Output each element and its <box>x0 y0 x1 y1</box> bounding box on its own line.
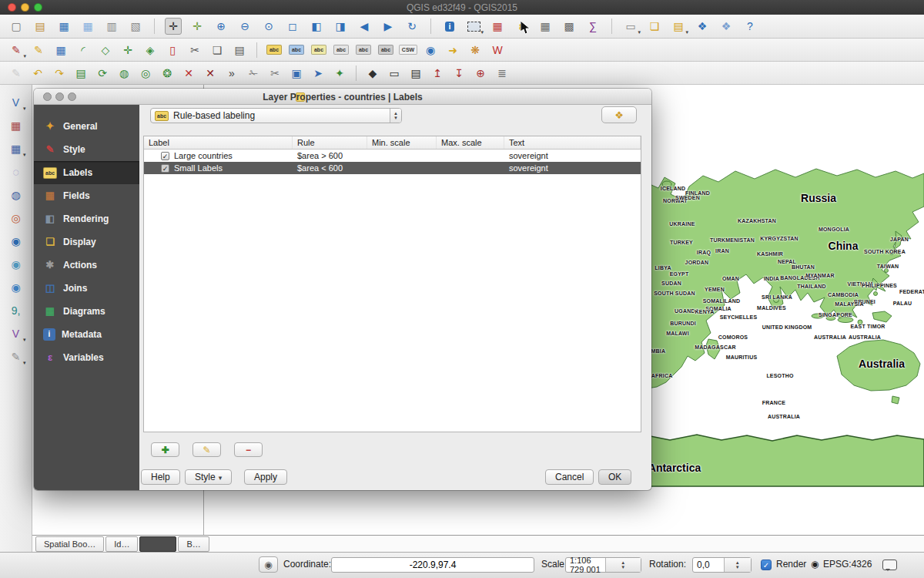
zoom-actual-size-button[interactable]: ⊙ <box>260 18 277 35</box>
statistical-summary-button[interactable]: ∑ <box>584 18 601 35</box>
sidebar-item-metadata[interactable]: iMetadata <box>34 323 139 346</box>
save-project-as-button[interactable]: ▦ <box>79 18 96 35</box>
sidebar-item-variables[interactable]: εVariables <box>34 346 139 369</box>
help-button[interactable]: Help <box>141 469 180 485</box>
scale-combobox[interactable]: 1:106 729 001 ▲▼ <box>565 557 641 573</box>
labeling-mode-select[interactable]: abc Rule-based labeling ▲▼ <box>150 108 402 123</box>
zoom-last-button[interactable]: ◀ <box>356 18 373 35</box>
zoom-full-button[interactable]: ◻ <box>284 18 301 35</box>
processing-toolbox-button[interactable]: ❋ <box>467 42 484 59</box>
add-delimited-text-button[interactable]: 9, <box>8 302 25 319</box>
rotate-point-symbols-button[interactable]: ✦ <box>331 65 348 82</box>
panel-tab-b[interactable]: B… <box>178 536 209 552</box>
log-messages-icon[interactable] <box>882 560 897 570</box>
rotation-spinner-icon[interactable]: ▲▼ <box>724 558 752 572</box>
save-project-button[interactable]: ▦ <box>55 18 72 35</box>
digitize-with-curve-button[interactable]: ◜ <box>75 42 92 59</box>
cancel-button[interactable]: Cancel <box>545 469 594 485</box>
lower-label-button[interactable]: ↧ <box>450 65 467 82</box>
map-tips-button[interactable]: ❏ <box>646 18 663 35</box>
rule-checkbox[interactable]: ✓ <box>161 164 169 173</box>
rule-checkbox[interactable]: ✓ <box>161 152 169 160</box>
dialog-titlebar[interactable]: Layer Properties - countries | Labels <box>34 89 651 105</box>
split-features-button[interactable]: ✂ <box>266 65 283 82</box>
zoom-next-button[interactable]: ▶ <box>380 18 397 35</box>
rule-row[interactable]: ✓Small Labels$area < 600sovereignt <box>144 162 641 174</box>
delete-ring-button[interactable]: ✕ <box>180 65 197 82</box>
highlight-labels-button[interactable]: abc <box>288 42 305 59</box>
ok-button[interactable]: OK <box>598 469 631 485</box>
zoom-to-selection-button[interactable]: ◧ <box>308 18 325 35</box>
reshape-features-button[interactable]: » <box>223 65 240 82</box>
add-postgis-layer-button[interactable]: ▦▾ <box>8 140 25 157</box>
delete-part-button[interactable]: ✕ <box>202 65 219 82</box>
delete-selected-button[interactable]: ▯ <box>164 42 181 59</box>
deselect-features-button[interactable]: ▦ <box>489 18 506 35</box>
wkt-tool-button[interactable]: W <box>489 42 506 59</box>
node-tool-button[interactable]: ◈ <box>142 42 159 59</box>
add-rectangle-button[interactable]: ▭ <box>386 65 403 82</box>
sidebar-item-actions[interactable]: ✱Actions <box>34 254 139 277</box>
coordinate-input[interactable] <box>331 557 534 573</box>
measure-button[interactable]: ▭▾ <box>622 18 639 35</box>
osm-download-button[interactable]: ➜ <box>444 42 461 59</box>
add-spatialite-layer-button[interactable]: ◌ <box>8 163 25 180</box>
move-feature-button[interactable]: ✛ <box>119 42 136 59</box>
add-part-button[interactable]: ◎ <box>137 65 154 82</box>
sidebar-item-style[interactable]: ✎Style <box>34 138 139 161</box>
current-edits-button[interactable]: ✎▾ <box>8 42 25 59</box>
pin-labels-button[interactable]: abc <box>266 42 283 59</box>
sync-edits-button[interactable]: ⟳ <box>94 65 111 82</box>
raise-label-button[interactable]: ↥ <box>429 65 446 82</box>
move-label-button[interactable]: abc <box>310 42 327 59</box>
fill-ring-button[interactable]: ❂ <box>159 65 176 82</box>
copy-features-button[interactable]: ❏ <box>209 42 226 59</box>
composer-manager-button[interactable]: ▧ <box>127 18 144 35</box>
offline-editing-button[interactable]: ▤ <box>72 65 89 82</box>
save-layer-edits-button[interactable]: ▦ <box>52 42 69 59</box>
refresh-map-button[interactable]: ↻ <box>403 18 420 35</box>
rotation-spinbox[interactable]: 0,0 ▲▼ <box>692 557 752 573</box>
add-wcs-layer-button[interactable]: ◉ <box>8 256 25 273</box>
crs-status[interactable]: EPSG:4326 <box>823 559 872 570</box>
layer-ordering-button[interactable]: ≣ <box>494 65 511 82</box>
select-features-button[interactable]: ▾ <box>465 18 482 35</box>
panel-tab-spatialboo[interactable]: Spatial Boo… <box>35 536 104 552</box>
zoom-to-problem-button[interactable]: ⊕ <box>472 65 489 82</box>
label-properties-button[interactable]: abc <box>377 42 394 59</box>
edit-rule-button[interactable]: ✎ <box>192 442 221 457</box>
automated-placement-settings-button[interactable]: ❖ <box>601 106 637 123</box>
paste-features-button[interactable]: ▤ <box>231 42 248 59</box>
whats-this-help-button[interactable]: ? <box>742 18 758 35</box>
change-label-button[interactable]: abc <box>355 42 372 59</box>
sidebar-item-joins[interactable]: ◫Joins <box>34 277 139 300</box>
pan-to-selection-button[interactable]: ✛ <box>189 18 206 35</box>
vertex-marker-button[interactable]: ◆ <box>364 65 381 82</box>
sidebar-item-diagrams[interactable]: ▦Diagrams <box>34 300 139 323</box>
text-annotation-button[interactable]: ▤▾ <box>670 18 687 35</box>
add-rectangle-extent-button[interactable]: ▤ <box>407 65 424 82</box>
scale-spinner-icon[interactable]: ▲▼ <box>605 558 641 572</box>
redo-button[interactable]: ↷ <box>51 65 68 82</box>
new-print-composer-button[interactable]: ▥ <box>103 18 120 35</box>
sidebar-item-labels[interactable]: abcLabels <box>34 161 139 184</box>
add-feature-button[interactable]: ◇ <box>97 42 114 59</box>
panel-tab-id[interactable]: Id… <box>105 536 138 552</box>
remove-rule-button[interactable]: − <box>234 442 263 457</box>
column-header-text[interactable]: Text <box>504 136 641 149</box>
metasearch-globe-button[interactable]: ◉ <box>422 42 439 59</box>
zoom-to-layer-button[interactable]: ◨ <box>332 18 349 35</box>
offset-curve-button[interactable]: ✁ <box>245 65 262 82</box>
style-menu-button[interactable]: Style▾ <box>185 469 232 485</box>
add-wms-layer-button[interactable]: ◉ <box>8 233 25 250</box>
add-oracle-layer-button[interactable]: ◎ <box>8 210 25 227</box>
field-calculator-button[interactable]: ▩ <box>561 18 578 35</box>
add-vector-layer-button[interactable]: V▾ <box>8 94 25 111</box>
rule-row[interactable]: ✓Large countries$area > 600sovereignt <box>144 150 641 162</box>
add-wfs-layer-button[interactable]: ◉ <box>8 279 25 296</box>
merge-features-button[interactable]: ▣ <box>288 65 305 82</box>
toggle-editing-button[interactable]: ✎ <box>30 42 47 59</box>
add-raster-layer-button[interactable]: ▦ <box>8 117 25 134</box>
show-bookmarks-button[interactable]: ❖ <box>718 18 735 35</box>
merge-attributes-button[interactable]: ➤ <box>310 65 326 82</box>
